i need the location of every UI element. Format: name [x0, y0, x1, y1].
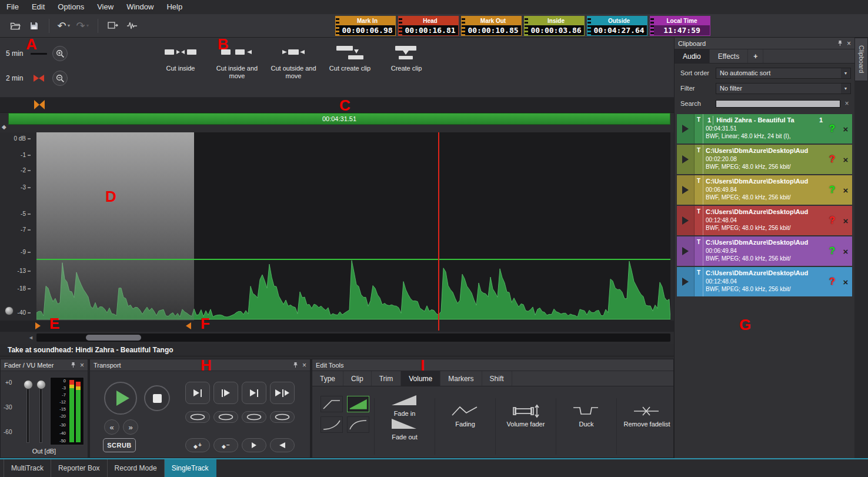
clipboard-tab-effects[interactable]: Effects	[710, 49, 748, 63]
skip-forward-button[interactable]	[123, 419, 138, 435]
tab-shift[interactable]: Shift	[482, 371, 512, 386]
entry-play-button[interactable]	[677, 206, 695, 235]
entry-play-button[interactable]	[677, 114, 695, 144]
prelisten-mark-out-button[interactable]	[242, 382, 266, 404]
add-point-button[interactable]: +	[185, 438, 210, 452]
cut-create-clip-button[interactable]: Cut create clip	[323, 44, 376, 80]
waveform-display[interactable]	[36, 132, 670, 321]
loop-button-1[interactable]	[185, 411, 210, 423]
clipboard-entry[interactable]: T C:\Users\DbmAzure\Desktop\Aud 00:12:48…	[677, 267, 852, 296]
entry-play-button[interactable]	[677, 267, 695, 296]
cut-outside-and-move-button[interactable]: Cut outside and move	[267, 44, 320, 80]
zoom-in-button[interactable]	[52, 46, 68, 61]
menu-help[interactable]: Help	[160, 0, 189, 14]
tab-multitrack[interactable]: MultiTrack	[4, 459, 51, 477]
menu-window[interactable]: Window	[120, 0, 160, 14]
remove-point-button[interactable]: −	[213, 438, 238, 452]
clipboard-entry[interactable]: T C:\Users\DbmAzure\Desktop\Aud 00:12:48…	[677, 206, 852, 235]
volume-envelope-line[interactable]	[36, 259, 670, 260]
scrub-button[interactable]: SCRUB	[103, 438, 136, 452]
tab-reporter-box[interactable]: Reporter Box	[51, 459, 108, 477]
skip-back-button[interactable]	[104, 419, 119, 435]
entry-status-icon[interactable]	[825, 114, 839, 144]
clipboard-side-tab[interactable]: Clipboard	[854, 38, 868, 81]
clipboard-tab-audio[interactable]: Audio	[675, 49, 710, 63]
remove-fadelist-button[interactable]: Remove fadelist	[622, 404, 672, 428]
timeline-progress-bar[interactable]: 00:04:31.51	[8, 113, 670, 125]
waveform-edit-button[interactable]	[122, 17, 141, 35]
clipboard-entry[interactable]: T C:\Users\DbmAzure\Desktop\Aud 00:06:49…	[677, 175, 852, 205]
fade-shape-concave-button[interactable]	[321, 416, 343, 433]
mark-out-triangle[interactable]	[186, 322, 191, 329]
pin-icon[interactable]	[71, 362, 76, 368]
create-clip-button[interactable]: Create clip	[380, 44, 433, 80]
entry-play-button[interactable]	[677, 236, 695, 266]
entry-status-icon[interactable]	[825, 267, 839, 296]
step-forward-button[interactable]	[242, 438, 266, 452]
clipboard-entry[interactable]: T C:\Users\DbmAzure\Desktop\Aud 00:06:49…	[677, 236, 852, 266]
prelisten-mark-in-button[interactable]	[185, 382, 210, 404]
transfer-button[interactable]	[104, 17, 122, 35]
fade-out-button[interactable]: Fade out	[379, 417, 430, 441]
entry-remove-icon[interactable]	[839, 206, 852, 235]
clear-search-icon[interactable]	[843, 99, 851, 108]
fader-knob[interactable]	[24, 380, 33, 389]
clipboard-entry[interactable]: T 1Hindi Zahra - Beautiful Ta1 00:04:31.…	[677, 114, 852, 144]
entry-play-button[interactable]	[677, 175, 695, 205]
undo-button[interactable]: ↶▼	[55, 17, 74, 35]
fade-shape-convex-button[interactable]	[347, 416, 369, 433]
prelisten-over-cut-button[interactable]	[270, 382, 295, 404]
entry-status-icon[interactable]	[825, 206, 839, 235]
scroll-left-icon[interactable]	[28, 335, 34, 341]
step-back-button[interactable]	[270, 438, 295, 452]
zoom-out-button[interactable]	[52, 71, 68, 86]
pin-icon[interactable]	[293, 362, 298, 368]
tab-singletrack[interactable]: SingleTrack	[165, 459, 216, 477]
horizontal-scrollbar[interactable]	[28, 333, 670, 342]
entry-remove-icon[interactable]	[839, 267, 852, 296]
fader-knob[interactable]	[36, 380, 46, 389]
entry-remove-icon[interactable]	[839, 145, 852, 174]
menu-edit[interactable]: Edit	[25, 0, 51, 14]
open-button[interactable]	[6, 17, 25, 35]
redo-button[interactable]: ↷▼	[74, 17, 92, 35]
tab-trim[interactable]: Trim	[372, 371, 402, 386]
close-panel-icon[interactable]	[302, 362, 306, 369]
tab-record-mode[interactable]: Record Mode	[108, 459, 165, 477]
prelisten-start-button[interactable]	[213, 382, 238, 404]
entry-status-icon[interactable]	[825, 145, 839, 174]
fading-button[interactable]: Fading	[440, 404, 490, 428]
entry-status-icon[interactable]	[825, 175, 839, 205]
play-button[interactable]	[104, 382, 137, 415]
tab-clip[interactable]: Clip	[343, 371, 372, 386]
playhead[interactable]	[438, 132, 439, 331]
filter-select[interactable]: No filter	[716, 83, 851, 94]
tab-markers[interactable]: Markers	[440, 371, 482, 386]
mark-in-triangle[interactable]	[35, 322, 41, 329]
output-fader-right[interactable]	[39, 383, 42, 443]
cut-inside-button[interactable]: Cut inside	[154, 44, 207, 80]
pin-icon[interactable]	[837, 40, 843, 46]
timeline-ruler[interactable]	[0, 98, 674, 113]
search-input[interactable]	[716, 100, 840, 108]
menu-view[interactable]: View	[91, 0, 120, 14]
fade-in-button[interactable]: Fade in	[379, 393, 430, 417]
scrollbar-track[interactable]	[36, 333, 670, 342]
selected-region[interactable]	[36, 132, 194, 321]
entry-play-button[interactable]	[677, 145, 695, 174]
clipboard-add-tab-button[interactable]: +	[748, 49, 763, 63]
save-button[interactable]	[25, 17, 44, 35]
entry-status-icon[interactable]	[825, 236, 839, 266]
fade-shape-ramp-button[interactable]	[347, 396, 369, 412]
output-fader-left[interactable]	[26, 383, 29, 443]
clipboard-entry[interactable]: T C:\Users\DbmAzure\Desktop\Aud 00:02:20…	[677, 145, 852, 174]
scale-knob[interactable]	[5, 306, 14, 315]
volume-fader-button[interactable]: Volume fader	[500, 404, 551, 428]
loop-button-2[interactable]	[213, 411, 238, 423]
scrollbar-thumb[interactable]	[86, 335, 141, 341]
fade-shape-linear-button[interactable]	[321, 396, 343, 412]
entry-remove-icon[interactable]	[839, 175, 852, 205]
loop-button-3[interactable]	[242, 411, 266, 423]
close-panel-icon[interactable]	[847, 40, 851, 47]
menu-file[interactable]: File	[0, 0, 25, 14]
